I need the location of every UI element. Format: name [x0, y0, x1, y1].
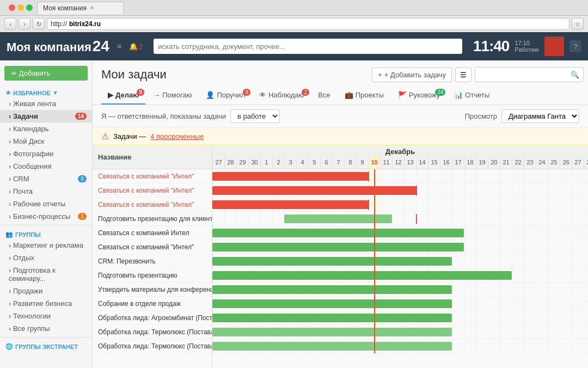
tab-all[interactable]: Все [311, 87, 336, 105]
gantt-bar[interactable] [212, 299, 452, 308]
gantt-bar-row [212, 198, 588, 212]
gantt-bar[interactable] [212, 285, 452, 294]
task-search-input[interactable] [475, 67, 584, 82]
section-extranet[interactable]: 🌐 ГРУППЫ ЭКСТРАНЕТ [0, 340, 92, 351]
tab-assigned[interactable]: 👤 Поручил 8 [199, 87, 252, 105]
gantt-bar[interactable] [212, 271, 512, 280]
gantt-bar[interactable] [212, 243, 464, 252]
app-logo: Моя компания 24 [7, 38, 109, 55]
reload-button[interactable]: ↻ [33, 18, 45, 30]
gantt-day-13: 13 [404, 156, 416, 169]
gantt-bar[interactable] [212, 186, 416, 195]
sidebar-item-crm[interactable]: › CRM 8 [0, 173, 92, 185]
add-button[interactable]: + + Добавить [4, 66, 88, 81]
bookmark-button[interactable]: ☆ [572, 18, 584, 30]
maximize-button[interactable] [26, 4, 33, 11]
gantt-bar-row [212, 183, 588, 198]
person-icon: 👤 [206, 91, 215, 99]
back-button[interactable]: ‹ [4, 18, 16, 30]
gantt-day-23: 23 [524, 156, 536, 169]
gantt-day-25: 25 [548, 156, 560, 169]
gantt-name-row[interactable]: Связаться с компанией "Интел" [93, 183, 212, 198]
gantt-bar-row [212, 240, 588, 254]
header-status: Работаю [514, 46, 539, 53]
status-filter[interactable]: в работе [230, 109, 280, 123]
tab-doing[interactable]: ▶ Делаю 9 [101, 87, 145, 105]
section-groups[interactable]: 👥 ГРУППЫ [0, 228, 92, 239]
search-input[interactable] [154, 39, 462, 54]
gantt-name-row: Связаться с компанией Интел [93, 226, 212, 240]
overdue-link[interactable]: 4 просроченные [150, 132, 204, 140]
minimize-button[interactable] [17, 4, 24, 11]
gantt-bar[interactable] [212, 314, 452, 322]
gantt-day-11: 11 [380, 156, 392, 169]
list-view-button[interactable]: ☰ [455, 68, 471, 82]
sidebar-item-reports[interactable]: › Рабочие отчеты [0, 198, 92, 210]
crm-badge: 8 [78, 175, 87, 182]
gantt-alert: ⚠ Задачи — 4 просроченные [93, 128, 588, 145]
sidebar-item-sales[interactable]: › Продажи [0, 285, 92, 297]
help-button[interactable]: ? [569, 40, 581, 52]
section-favorites[interactable]: ★ ИЗБРАННОЕ ▼ [0, 86, 92, 97]
gantt-bar[interactable] [212, 200, 368, 209]
tab-helping[interactable]: → Помогаю [146, 87, 198, 105]
tab-close-icon[interactable]: ✕ [90, 5, 94, 11]
gantt-day-18: 18 [464, 156, 476, 169]
sidebar-item-live-feed[interactable]: › Живая лента [0, 97, 92, 110]
address-bar[interactable]: http:// bitrix24.ru [47, 18, 569, 30]
gantt-name-row[interactable]: Связаться с компанией "Интел" [93, 198, 212, 212]
gantt-bar-row [212, 339, 588, 353]
gantt-name-row: Обработка лида: Агрокомбинат (Поставлена… [93, 311, 212, 325]
add-task-button[interactable]: + + Добавить задачу [372, 68, 452, 82]
sidebar-item-seminar[interactable]: › Подготовка к семинару... [0, 264, 92, 285]
gantt-day-15: 15 [428, 156, 440, 169]
logo-num: 24 [93, 38, 109, 55]
filter-right: Просмотр Диаграмма Ганта [465, 109, 579, 123]
sidebar-item-calendar[interactable]: › Календарь [0, 122, 92, 135]
gantt-month: Декабрь [385, 148, 415, 156]
notifications-badge[interactable]: 🔔 2 [129, 42, 143, 51]
browser-tab[interactable]: Моя компания ✕ [37, 2, 124, 14]
sidebar-item-rest[interactable]: › Отдых [0, 252, 92, 264]
sidebar-item-messages[interactable]: › Сообщения [0, 160, 92, 173]
sidebar-item-mail[interactable]: › Почта [0, 185, 92, 198]
sidebar-item-disk[interactable]: › Мой Диск [0, 135, 92, 148]
header-search[interactable] [154, 39, 462, 54]
view-selector[interactable]: Диаграмма Ганта [501, 109, 579, 123]
main-actions: + + Добавить задачу ☰ 🔍 [372, 67, 579, 82]
sidebar-item-tech[interactable]: › Технологии [0, 310, 92, 322]
tab-reports[interactable]: 📊 Отчеты [448, 87, 496, 105]
gantt-bar[interactable] [212, 172, 368, 181]
gantt-day-26: 26 [560, 156, 572, 169]
gantt-bar[interactable] [212, 342, 452, 351]
star-icon: ★ [5, 89, 11, 96]
sidebar-item-all-groups[interactable]: › Все группы [0, 322, 92, 335]
gantt-name-header: Название [93, 145, 212, 169]
tab-managing[interactable]: 🚩 Руковожу 24 [391, 87, 446, 105]
menu-icon[interactable]: ≡ [115, 41, 124, 52]
gantt-bar-row [212, 169, 588, 183]
alert-text: Задачи — [113, 132, 146, 140]
gantt-bar-rows [212, 169, 588, 353]
sidebar-item-photos[interactable]: › Фотографии [0, 148, 92, 160]
gantt-days-header: 2728293012345678910111213141516171819202… [212, 156, 588, 169]
section-toggle-icon: ▼ [53, 90, 58, 96]
gantt-bar[interactable] [212, 229, 464, 237]
app-body: + + Добавить ★ ИЗБРАННОЕ ▼ › Живая лента… [0, 60, 588, 368]
gantt-bar[interactable] [212, 328, 452, 336]
gantt-bar[interactable] [212, 257, 452, 266]
sidebar-item-marketing[interactable]: › Маркетинг и реклама [0, 239, 92, 252]
close-button[interactable] [9, 4, 15, 11]
header-time: 11:40 [473, 38, 510, 55]
sidebar-item-bizdev[interactable]: › Развитие бизнеса [0, 297, 92, 310]
sidebar-item-biz-process[interactable]: › Бизнес-процессы 1 [0, 210, 92, 223]
gantt-day-22: 22 [512, 156, 524, 169]
forward-button[interactable]: › [19, 18, 30, 30]
sidebar-item-tasks[interactable]: › Задачи 14 [0, 110, 92, 122]
tab-watching[interactable]: 👁 Наблюдаю 2 [253, 87, 310, 105]
gantt-day-19: 19 [476, 156, 488, 169]
user-avatar[interactable] [544, 36, 564, 56]
tab-projects[interactable]: 💼 Проекты [338, 87, 390, 105]
gantt-bar[interactable] [284, 214, 392, 223]
gantt-name-row[interactable]: Связаться с компанией "Интел" [93, 169, 212, 183]
